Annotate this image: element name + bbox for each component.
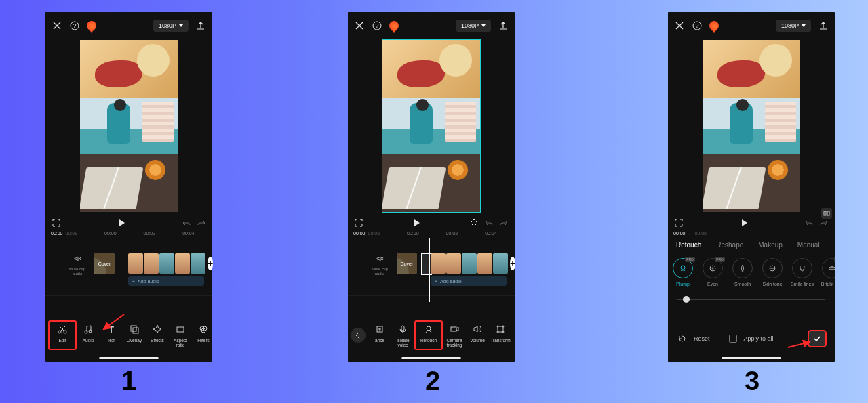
export-icon[interactable] [195, 20, 206, 31]
tool-camera-tracking[interactable]: Camera tracking [443, 323, 466, 347]
flame-icon[interactable] [387, 19, 401, 33]
retouch-bright-eye[interactable]: PROBright Eye [818, 258, 835, 287]
preview-clip-3 [80, 154, 178, 212]
svg-rect-29 [827, 211, 829, 215]
retouch-smooth[interactable]: Smooth [729, 258, 756, 287]
undo-icon[interactable] [484, 217, 494, 228]
home-indicator [722, 357, 781, 359]
tool-aspect-ratio[interactable]: Aspect ratio [169, 323, 192, 347]
fullscreen-icon[interactable] [51, 217, 62, 228]
filters-icon [197, 323, 210, 335]
add-audio-button[interactable]: + Add audio [431, 276, 507, 286]
step-number-1: 1 [121, 366, 136, 396]
player-controls [45, 216, 212, 230]
add-clip-button[interactable]: + [208, 257, 213, 270]
redo-icon[interactable] [818, 217, 829, 228]
retouch-plump[interactable]: PROPlump [669, 258, 696, 287]
retouch-tabs: Retouch Reshape Makeup Manual [668, 236, 835, 254]
redo-icon[interactable] [498, 217, 509, 228]
svg-point-17 [427, 326, 431, 331]
confirm-row: Reset Apply to all [668, 330, 835, 347]
close-icon[interactable] [52, 20, 62, 31]
tool-filters[interactable]: Filters [192, 323, 212, 347]
svg-rect-16 [401, 326, 404, 331]
close-icon[interactable] [674, 20, 685, 31]
export-icon[interactable] [818, 20, 829, 31]
play-icon[interactable] [738, 217, 749, 228]
resolution-dropdown[interactable]: 1080P [776, 20, 811, 32]
undo-icon[interactable] [181, 217, 192, 228]
svg-point-30 [681, 266, 685, 270]
help-icon[interactable]: ? [69, 20, 80, 31]
apply-all-checkbox[interactable] [729, 335, 737, 343]
mute-clip-audio[interactable]: Mute clip audio [64, 253, 90, 276]
clip-track[interactable]: + [128, 253, 212, 274]
close-icon[interactable] [354, 20, 365, 31]
tool-transform[interactable]: Transform [489, 323, 512, 347]
tool-auto-reframe[interactable]: Auto ref [512, 323, 515, 347]
svg-rect-7 [133, 328, 138, 333]
reset-label[interactable]: Reset [694, 335, 710, 342]
intensity-slider[interactable] [677, 299, 825, 300]
fullscreen-icon[interactable] [673, 217, 684, 228]
confirm-button[interactable] [808, 330, 827, 347]
playhead[interactable] [127, 238, 127, 302]
step-number-3: 3 [745, 366, 760, 396]
tool-audio[interactable]: Audio [77, 323, 100, 347]
flame-icon[interactable] [85, 19, 98, 33]
tab-reshape[interactable]: Reshape [716, 241, 743, 249]
playhead[interactable] [429, 238, 430, 302]
tool-text[interactable]: TText [100, 323, 123, 347]
time-readout: 00:00/00:08 [668, 230, 835, 236]
flame-icon[interactable] [707, 19, 721, 33]
voice-icon [397, 323, 409, 335]
fullscreen-icon[interactable] [353, 217, 364, 228]
tab-retouch[interactable]: Retouch [676, 241, 701, 249]
timeline[interactable]: Mute clip audio Cover + + Add audio [45, 238, 212, 286]
tool-enhance[interactable]: ance [368, 323, 391, 347]
retouch-icon [422, 323, 435, 335]
tool-edit[interactable]: Edit [48, 320, 77, 350]
cover-thumb[interactable]: Cover [397, 253, 417, 274]
tool-retouch[interactable]: Retouch [414, 320, 443, 350]
edit-toolbar: ance Isolate voice Retouch Camera tracki… [348, 318, 515, 353]
toolbar-back-button[interactable] [351, 328, 366, 343]
video-preview[interactable]: CapCut [382, 40, 480, 212]
retouch-even[interactable]: PROEven [699, 258, 726, 287]
timeline[interactable]: Mute clip audio Cover + + Add audio [348, 238, 515, 286]
video-preview[interactable]: CapCut [703, 40, 800, 212]
tool-volume[interactable]: Volume [466, 323, 489, 347]
tab-manual[interactable]: Manual [797, 241, 820, 249]
tool-effects[interactable]: Effects [146, 323, 169, 347]
video-preview[interactable]: CapCut [80, 40, 178, 212]
retouch-smile-lines[interactable]: Smile lines [789, 258, 816, 287]
redo-icon[interactable] [196, 217, 207, 228]
mute-clip-audio[interactable]: Mute clip audio [367, 253, 393, 276]
slider-knob[interactable] [683, 296, 690, 303]
retouch-options: PROPlump PROEven Smooth Skin tone Smile … [668, 254, 835, 287]
help-icon[interactable]: ? [692, 20, 703, 31]
svg-text:?: ? [73, 22, 76, 29]
help-icon[interactable]: ? [372, 20, 382, 31]
play-icon[interactable] [411, 217, 422, 228]
retouch-skin-tone[interactable]: Skin tone [759, 258, 786, 287]
play-icon[interactable] [116, 217, 127, 228]
cover-thumb[interactable]: Cover [94, 253, 115, 274]
resolution-dropdown[interactable]: 1080P [153, 20, 189, 32]
add-clip-button[interactable]: + [510, 257, 515, 270]
keyframe-icon[interactable] [469, 217, 479, 228]
tool-isolate-voice[interactable]: Isolate voice [391, 323, 414, 347]
main-toolbar: Edit Audio TText Overlay Effects Aspect … [45, 318, 212, 353]
tool-overlay[interactable]: Overlay [123, 323, 146, 347]
overlay-icon [128, 323, 140, 335]
clip-track[interactable]: + [431, 253, 515, 274]
reset-icon[interactable] [676, 333, 687, 344]
resolution-dropdown[interactable]: 1080P [456, 20, 491, 32]
svg-point-2 [58, 331, 61, 333]
export-icon[interactable] [498, 20, 509, 31]
tab-makeup[interactable]: Makeup [758, 241, 783, 249]
scissors-icon [56, 323, 68, 335]
add-audio-button[interactable]: + Add audio [128, 276, 204, 286]
apply-all-label[interactable]: Apply to all [744, 335, 774, 342]
undo-icon[interactable] [804, 217, 814, 228]
